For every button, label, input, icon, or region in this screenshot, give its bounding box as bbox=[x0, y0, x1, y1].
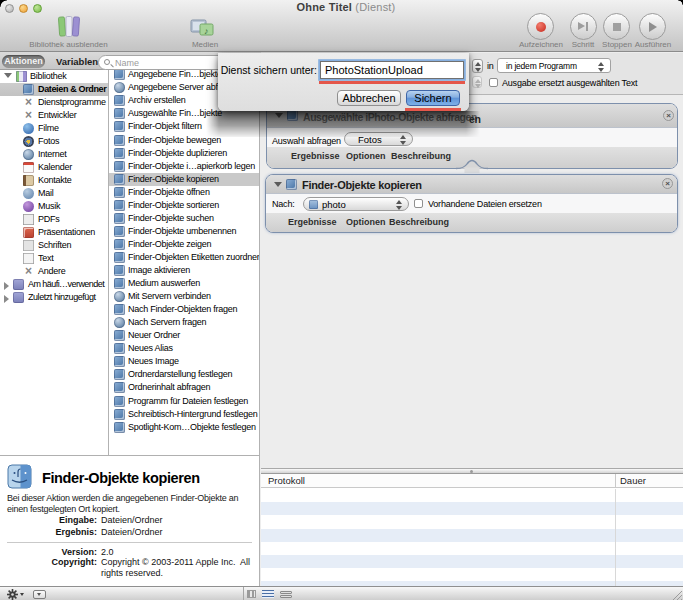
svg-text:♪: ♪ bbox=[204, 26, 209, 36]
